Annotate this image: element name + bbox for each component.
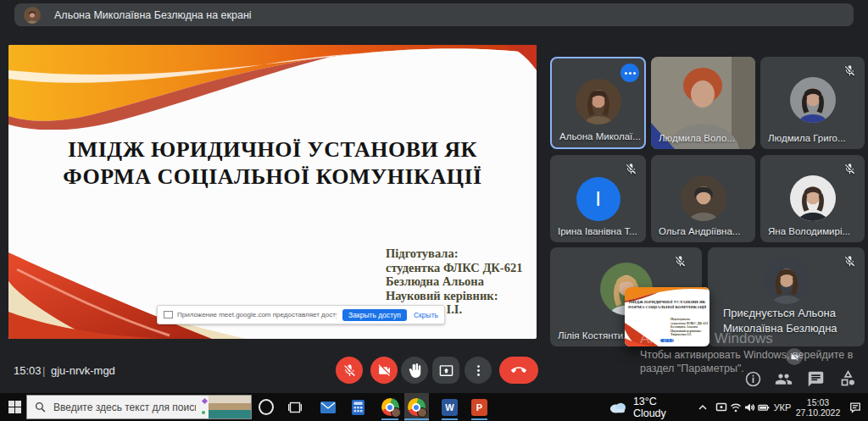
tray-expand-button[interactable] [697, 393, 709, 421]
search-icon [35, 402, 46, 413]
participant-name: Ірина Іванівна Т... [558, 226, 637, 236]
pip-credits: Підготувала: студентка ФЛКС ДК-621 Безлю… [670, 318, 709, 337]
person-icon [576, 79, 621, 125]
participant-tile-joining[interactable]: Приєднується Альона Миколаївна Безлюдна [708, 247, 865, 346]
raise-hand-button[interactable] [401, 357, 428, 384]
stop-sharing-button[interactable]: Закрыть доступ [342, 309, 407, 321]
participant-name: Людмила Воло... [659, 133, 735, 143]
weather-text: 13°C Cloudy [633, 396, 690, 419]
mic-muted-icon [843, 64, 856, 77]
mail-button[interactable] [319, 393, 337, 421]
more-options-button[interactable] [465, 357, 492, 384]
battery-tray-button[interactable] [756, 393, 771, 421]
camera-button[interactable] [370, 357, 398, 384]
mail-icon [320, 402, 336, 413]
joining-status-text: Приєднується Альона Миколаївна Безлюдна [723, 306, 837, 336]
activities-shapes-icon [839, 370, 857, 388]
people-icon [775, 370, 793, 388]
chrome-profile-badge [417, 407, 427, 418]
pip-title-line2: ФОРМА СОЦІАЛЬНОЇ КОМУНІКАЦІЇ [625, 305, 709, 310]
participant-avatar [681, 175, 726, 221]
person-icon [681, 175, 726, 221]
clock-tray[interactable]: 15:03 27.10.2022 [793, 393, 843, 421]
camera-off-icon [790, 352, 799, 362]
hand-icon [408, 363, 422, 378]
wifi-tray-button[interactable] [729, 393, 743, 421]
chrome-profile-badge [391, 407, 401, 418]
joining-line2: Миколаївна Безлюдна [723, 321, 837, 336]
pip-ribbon-graphic [625, 321, 664, 346]
joining-line1: Приєднується Альона [723, 306, 837, 321]
search-dot-icon [202, 411, 205, 414]
cast-tray-button[interactable] [715, 393, 728, 421]
action-center-icon [849, 402, 861, 413]
windows-activation-hint-line2: раздел "Параметры". [640, 363, 744, 374]
weather-widget[interactable]: 13°C Cloudy [609, 393, 690, 421]
language-indicator[interactable]: УКР [770, 393, 795, 421]
search-sparkle-icon [202, 398, 208, 404]
participant-tile[interactable]: Ольга Андріївна... [651, 155, 755, 242]
present-screen-icon [439, 363, 453, 378]
camera-off-indicator [786, 348, 803, 365]
word-icon: W [442, 399, 458, 416]
credit-line: Науковий керівник: [386, 289, 522, 303]
meeting-code: gju-nrvk-mgd [51, 364, 115, 377]
presentation-pip-thumbnail[interactable]: ІМІДЖ ЮРИДИЧНОЇ УСТАНОВИ ЯК ФОРМА СОЦІАЛ… [625, 287, 709, 346]
language-code: УКР [774, 402, 792, 413]
chat-button[interactable] [807, 370, 825, 388]
mic-muted-icon [674, 255, 687, 268]
pip-credit-line: Тюрменко І.І. [670, 333, 709, 337]
participant-name: Яна Володимирі... [768, 226, 850, 236]
word-button[interactable]: W [442, 393, 458, 421]
powerpoint-icon: P [471, 399, 487, 416]
participant-tile[interactable]: Альона Миколаї... [550, 57, 646, 149]
person-icon [763, 258, 810, 304]
powerpoint-button[interactable]: P [471, 393, 487, 421]
cortana-icon [259, 399, 274, 415]
credit-line: студентка ФЛКС ДК-621 [386, 261, 522, 275]
participant-tile[interactable]: Людмила Воло... [651, 57, 755, 149]
action-center-button[interactable] [848, 393, 863, 421]
tile-options-button[interactable] [620, 64, 639, 82]
camera-off-icon [377, 363, 392, 378]
meeting-details-button[interactable] [744, 370, 762, 388]
end-call-icon [511, 363, 526, 378]
calculator-button[interactable] [349, 393, 366, 421]
chrome-button-1[interactable] [381, 393, 399, 421]
participant-tile[interactable]: Яна Володимирі... [760, 155, 865, 242]
cloud-icon [609, 401, 628, 413]
chrome-icon [381, 398, 399, 416]
leave-call-button[interactable] [499, 357, 538, 384]
participant-name: Лілія Костянти... [558, 330, 632, 341]
volume-tray-button[interactable] [743, 393, 756, 421]
participants-button[interactable] [775, 370, 793, 388]
meeting-divider: | [42, 364, 45, 377]
cortana-button[interactable] [259, 393, 274, 421]
search-input[interactable] [52, 401, 198, 414]
participant-tile[interactable]: I Ірина Іванівна Т... [550, 155, 646, 242]
present-button[interactable] [432, 357, 459, 384]
mic-muted-icon [625, 163, 637, 175]
participant-name: Альона Миколаї... [559, 131, 641, 141]
activities-button[interactable] [839, 370, 857, 388]
mic-button[interactable] [336, 357, 363, 384]
task-view-button[interactable] [287, 393, 303, 421]
pinned-presenter-banner: Альона Миколаївна Безлюдна на екрані [14, 3, 854, 26]
start-button[interactable] [5, 393, 24, 421]
taskbar-search[interactable] [26, 395, 252, 419]
credit-line: Підготувала: [386, 247, 522, 261]
hide-share-bar-button[interactable]: Скрыть [414, 311, 438, 319]
shared-screen-presentation: ІМІДЖ ЮРИДИЧНОЇ УСТАНОВИ ЯК ФОРМА СОЦІАЛ… [8, 45, 537, 339]
presenter-avatar [24, 7, 41, 24]
chrome-icon [408, 398, 426, 416]
chrome-button-2[interactable] [407, 393, 426, 421]
participant-tile[interactable]: Людмила Григо... [760, 57, 865, 149]
chevron-up-icon [697, 402, 709, 413]
screen-share-icon [164, 311, 173, 319]
pip-slide-title: ІМІДЖ ЮРИДИЧНОЇ УСТАНОВИ ЯК ФОРМА СОЦІАЛ… [625, 300, 709, 310]
slide-title-line2: ФОРМА СОЦІАЛЬНОЇ КОМУНІКАЦІЇ [8, 163, 537, 191]
slide-ribbon-graphic [8, 247, 246, 339]
slide-title: ІМІДЖ ЮРИДИЧНОЇ УСТАНОВИ ЯК ФОРМА СОЦІАЛ… [8, 136, 537, 191]
search-daily-image[interactable] [209, 396, 251, 418]
meet-window: Альона Миколаївна Безлюдна на екрані ІМІ… [0, 0, 868, 421]
